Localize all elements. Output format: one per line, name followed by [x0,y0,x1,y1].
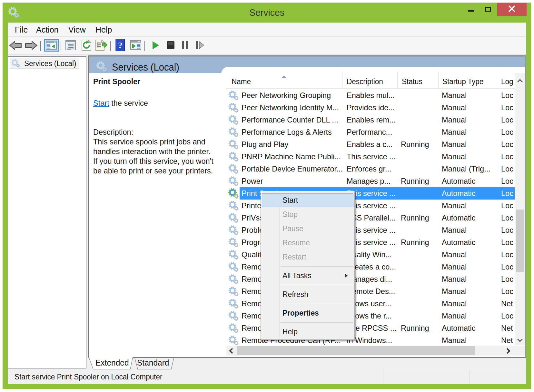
svg-text:?: ? [118,40,123,50]
